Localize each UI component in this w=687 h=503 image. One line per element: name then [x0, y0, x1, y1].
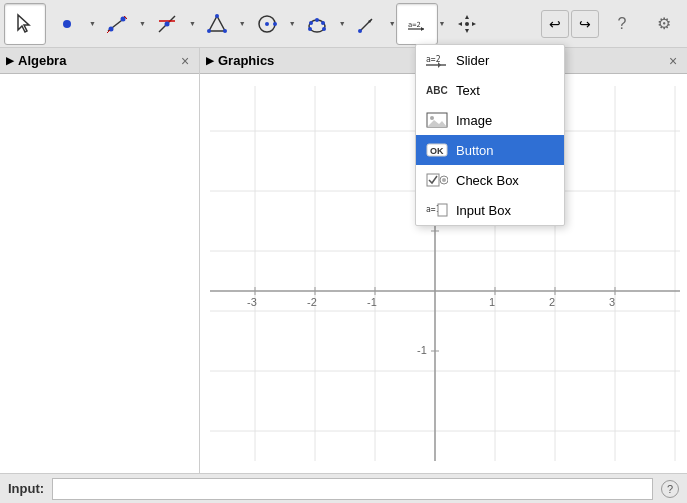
vector-dropdown-arrow[interactable]: ▼	[389, 20, 396, 27]
svg-marker-32	[472, 22, 476, 26]
svg-point-15	[265, 22, 269, 26]
graphics-panel-title: ▶ Graphics	[206, 53, 274, 68]
slider-icon: a=2	[426, 49, 448, 71]
svg-point-18	[309, 21, 313, 25]
transform-tool-button[interactable]: a=2	[396, 3, 438, 45]
svg-marker-29	[465, 15, 469, 19]
svg-point-33	[465, 22, 469, 26]
svg-point-22	[322, 27, 326, 31]
algebra-content	[0, 74, 199, 473]
dropdown-button[interactable]: OK Button	[416, 135, 564, 165]
polygon-tool-group: ▼	[196, 3, 246, 45]
svg-point-11	[215, 14, 219, 18]
svg-marker-28	[421, 27, 424, 31]
inputbox-label: Input Box	[456, 203, 511, 218]
inputbox-icon: a=1	[426, 199, 448, 221]
undo-button[interactable]: ↩	[541, 10, 569, 38]
svg-text:2: 2	[549, 296, 555, 308]
svg-text:-3: -3	[247, 296, 257, 308]
text-tool-icon: ABC	[426, 79, 448, 101]
help-button[interactable]: ?	[603, 5, 641, 43]
svg-text:-2: -2	[307, 296, 317, 308]
graphics-panel-arrow[interactable]: ▶	[206, 55, 214, 66]
svg-marker-10	[209, 16, 225, 31]
toolbar: ▼ ▼ ▼	[0, 0, 687, 48]
cursor-icon	[14, 13, 36, 35]
dropdown-checkbox[interactable]: Check Box	[416, 165, 564, 195]
text-label: Text	[456, 83, 480, 98]
dropdown-slider[interactable]: a=2 Slider	[416, 45, 564, 75]
polygon-dropdown-arrow[interactable]: ▼	[239, 20, 246, 27]
conic-icon	[306, 13, 328, 35]
settings-button[interactable]: ⚙	[645, 5, 683, 43]
perp-dropdown-arrow[interactable]: ▼	[189, 20, 196, 27]
dropdown-image[interactable]: Image	[416, 105, 564, 135]
algebra-panel-header: ▶ Algebra ×	[0, 48, 199, 74]
circle-tool-button[interactable]	[246, 3, 288, 45]
line-tool-button[interactable]	[96, 3, 138, 45]
algebra-panel-arrow[interactable]: ▶	[6, 55, 14, 66]
vector-icon	[356, 13, 378, 35]
circle-dropdown-arrow[interactable]: ▼	[289, 20, 296, 27]
image-label: Image	[456, 113, 492, 128]
dropdown-inputbox[interactable]: a=1 Input Box	[416, 195, 564, 225]
svg-point-25	[358, 29, 362, 33]
perp-icon	[156, 13, 178, 35]
svg-rect-79	[438, 204, 447, 216]
transform-tool-group: a=2 ▼	[396, 3, 446, 45]
perp-tool-group: ▼	[146, 3, 196, 45]
svg-point-1	[63, 20, 71, 28]
svg-marker-31	[458, 22, 462, 26]
svg-marker-30	[465, 29, 469, 33]
input-field[interactable]	[52, 478, 653, 500]
transform-icon: a=2	[406, 13, 428, 35]
input-help-button[interactable]: ?	[661, 480, 679, 498]
button-tool-icon: OK	[426, 139, 448, 161]
point-tool-button[interactable]	[46, 3, 88, 45]
algebra-panel-close[interactable]: ×	[177, 53, 193, 69]
polygon-icon	[206, 13, 228, 35]
move-icon	[456, 13, 478, 35]
circle-tool-group: ▼	[246, 3, 296, 45]
dropdown-menu: a=2 Slider ABC Text Image	[415, 44, 565, 226]
svg-rect-75	[427, 174, 439, 186]
svg-marker-72	[427, 120, 447, 127]
line-dropdown-arrow[interactable]: ▼	[139, 20, 146, 27]
algebra-panel: ▶ Algebra ×	[0, 48, 200, 473]
svg-text:3: 3	[609, 296, 615, 308]
vector-tool-button[interactable]	[346, 3, 388, 45]
svg-point-71	[430, 116, 434, 120]
point-dropdown-arrow[interactable]: ▼	[89, 20, 96, 27]
perp-tool-button[interactable]	[146, 3, 188, 45]
svg-text:-1: -1	[417, 344, 427, 356]
point-icon	[56, 13, 78, 35]
graphics-panel-close[interactable]: ×	[665, 53, 681, 69]
point-tool-group: ▼	[46, 3, 96, 45]
checkbox-icon	[426, 169, 448, 191]
redo-button[interactable]: ↪	[571, 10, 599, 38]
algebra-panel-title: ▶ Algebra	[6, 53, 66, 68]
move-tool-button[interactable]	[446, 3, 488, 45]
select-tool-button[interactable]	[4, 3, 46, 45]
algebra-panel-label: Algebra	[18, 53, 66, 68]
svg-point-77	[442, 178, 446, 182]
svg-point-21	[308, 27, 312, 31]
svg-text:a=2: a=2	[408, 21, 421, 29]
dropdown-text[interactable]: ABC Text	[416, 75, 564, 105]
svg-point-16	[273, 22, 277, 26]
image-icon	[426, 109, 448, 131]
slider-label: Slider	[456, 53, 489, 68]
vector-tool-group: ▼	[346, 3, 396, 45]
svg-text:-1: -1	[367, 296, 377, 308]
conic-tool-button[interactable]	[296, 3, 338, 45]
button-label: Button	[456, 143, 494, 158]
conic-dropdown-arrow[interactable]: ▼	[339, 20, 346, 27]
svg-point-19	[321, 21, 325, 25]
input-bar: Input: ?	[0, 473, 687, 503]
graphics-panel-label: Graphics	[218, 53, 274, 68]
conic-tool-group: ▼	[296, 3, 346, 45]
svg-point-13	[207, 29, 211, 33]
checkbox-label: Check Box	[456, 173, 519, 188]
transform-dropdown-arrow[interactable]: ▼	[439, 20, 446, 27]
polygon-tool-button[interactable]	[196, 3, 238, 45]
